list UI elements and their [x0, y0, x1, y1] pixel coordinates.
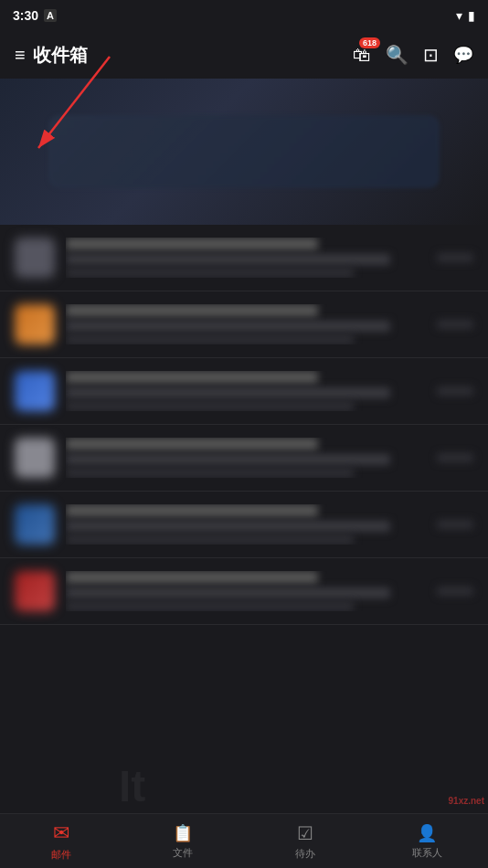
email-sender — [66, 438, 318, 450]
email-subject — [66, 387, 390, 398]
file-label: 文件 — [173, 846, 193, 860]
watermark: 91xz.net — [449, 796, 484, 806]
email-sender — [66, 304, 318, 317]
list-item[interactable] — [0, 225, 488, 291]
avatar — [15, 238, 55, 278]
nav-item-file[interactable]: 📋 文件 — [122, 818, 245, 865]
email-preview — [66, 535, 354, 545]
email-meta — [437, 453, 473, 462]
email-body — [66, 238, 426, 278]
email-subject — [66, 454, 390, 465]
contact-label: 联系人 — [412, 846, 442, 860]
hero-banner — [0, 79, 488, 225]
list-item[interactable] — [0, 492, 488, 558]
bottom-nav: ✉ 邮件 📋 文件 ☑ 待办 👤 联系人 — [0, 813, 488, 868]
list-item[interactable] — [0, 291, 488, 358]
email-subject — [66, 521, 390, 532]
avatar — [15, 571, 55, 611]
mail-label: 邮件 — [51, 848, 71, 862]
status-bar: 3:30 A ▾ ▮ — [0, 0, 488, 31]
email-subject — [66, 254, 390, 265]
mail-icon: ✉ — [53, 821, 69, 845]
email-meta — [437, 587, 473, 596]
email-time — [437, 320, 473, 329]
status-right: ▾ ▮ — [456, 8, 475, 23]
nav-item-contact[interactable]: 👤 联系人 — [366, 818, 489, 865]
content-area — [0, 79, 488, 813]
email-body — [66, 304, 426, 344]
email-preview — [66, 334, 354, 344]
battery-icon: ▮ — [468, 8, 475, 23]
email-preview — [66, 468, 354, 478]
list-item[interactable] — [0, 358, 488, 425]
email-time — [437, 587, 473, 596]
list-item[interactable] — [0, 558, 488, 625]
header-right: 🛍 618 🔍 ⊡ 💬 — [353, 44, 473, 66]
email-time — [437, 253, 473, 262]
email-subject — [66, 321, 390, 332]
email-body — [66, 504, 426, 545]
email-preview — [66, 601, 354, 611]
hero-content — [0, 79, 488, 225]
email-sender — [66, 571, 318, 584]
email-subject — [66, 587, 390, 598]
chat-icon[interactable]: 💬 — [453, 45, 473, 65]
status-left: 3:30 A — [13, 8, 57, 23]
email-meta — [437, 320, 473, 329]
time-display: 3:30 — [13, 8, 38, 23]
nav-item-todo[interactable]: ☑ 待办 — [244, 817, 366, 866]
notification-badge: 618 — [359, 37, 380, 48]
todo-icon: ☑ — [297, 822, 313, 844]
file-icon: 📋 — [173, 823, 193, 843]
list-item[interactable] — [0, 425, 488, 492]
header-left: ≡ 收件箱 — [15, 43, 88, 68]
email-body — [66, 438, 426, 478]
email-sender — [66, 371, 318, 384]
avatar — [15, 438, 55, 478]
email-body — [66, 371, 426, 411]
avatar — [15, 304, 55, 344]
email-body — [66, 571, 426, 611]
menu-icon[interactable]: ≡ — [15, 45, 26, 66]
bag-icon-wrap[interactable]: 🛍 618 — [353, 45, 371, 66]
email-time — [437, 520, 473, 529]
email-meta — [437, 520, 473, 529]
avatar — [15, 504, 55, 545]
scan-icon[interactable]: ⊡ — [423, 44, 439, 66]
keyboard-indicator: A — [44, 9, 57, 22]
wifi-icon: ▾ — [456, 8, 462, 23]
email-sender — [66, 504, 318, 517]
email-sender — [66, 238, 318, 250]
todo-label: 待办 — [295, 847, 315, 861]
email-meta — [437, 386, 473, 396]
email-list — [0, 225, 488, 625]
email-time — [437, 386, 473, 396]
email-meta — [437, 253, 473, 262]
header-title: 收件箱 — [33, 43, 88, 68]
header: ≡ 收件箱 🛍 618 🔍 ⊡ 💬 — [0, 31, 488, 79]
email-preview — [66, 401, 354, 411]
email-preview — [66, 268, 354, 278]
email-time — [437, 453, 473, 462]
search-icon[interactable]: 🔍 — [386, 44, 408, 66]
contact-icon: 👤 — [417, 823, 437, 843]
avatar — [15, 371, 55, 411]
nav-item-mail[interactable]: ✉ 邮件 — [0, 816, 122, 867]
